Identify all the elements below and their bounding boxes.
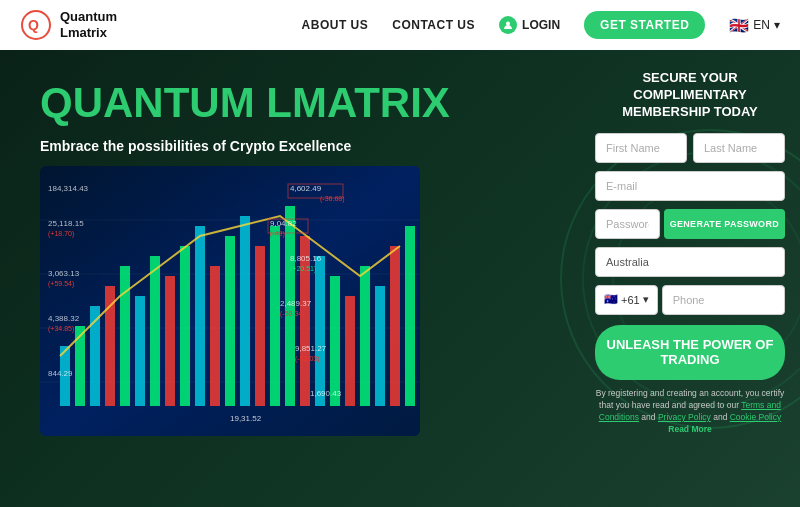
main-nav: ABOUT US CONTACT US LOGIN GET STARTED 🇬🇧… [302, 11, 780, 39]
svg-text:(+59.54): (+59.54) [48, 280, 74, 288]
svg-rect-15 [165, 276, 175, 406]
svg-text:4,602.49: 4,602.49 [290, 184, 322, 193]
logo: Q Quantum Lmatrix [20, 9, 117, 41]
submit-button[interactable]: UNLEASH THE POWER OF TRADING [595, 325, 785, 380]
svg-rect-17 [195, 226, 205, 406]
trading-chart-image: 184,314.43 25,118.15 (+18.70) 3,063.13 (… [40, 166, 420, 436]
nav-about[interactable]: ABOUT US [302, 18, 369, 32]
read-more-link[interactable]: Read More [668, 424, 711, 434]
country-code-selector[interactable]: 🇦🇺 +61 ▾ [595, 285, 658, 315]
form-disclaimer: By registering and creating an account, … [595, 388, 785, 436]
svg-rect-13 [135, 296, 145, 406]
svg-text:(+34.85): (+34.85) [48, 325, 74, 333]
phone-row: 🇦🇺 +61 ▾ [595, 285, 785, 315]
svg-text:184,314.43: 184,314.43 [48, 184, 89, 193]
svg-rect-20 [240, 216, 250, 406]
country-code-value: +61 [621, 294, 640, 306]
password-input[interactable] [595, 209, 660, 239]
left-section: QUANTUM LMATRIX Embrace the possibilitie… [0, 50, 580, 507]
svg-text:(-49): (-49) [270, 230, 285, 238]
form-title: SECURE YOUR COMPLIMENTARY MEMBERSHIP TOD… [595, 70, 785, 121]
chart-svg: 184,314.43 25,118.15 (+18.70) 3,063.13 (… [40, 166, 420, 436]
first-name-input[interactable] [595, 133, 687, 163]
svg-text:3,063.13: 3,063.13 [48, 269, 80, 278]
svg-text:(-59.34): (-59.34) [280, 310, 305, 318]
chart-area: 184,314.43 25,118.15 (+18.70) 3,063.13 (… [40, 166, 420, 436]
svg-rect-29 [375, 286, 385, 406]
svg-text:9,851.27: 9,851.27 [295, 344, 327, 353]
name-row [595, 133, 785, 163]
svg-text:844.29: 844.29 [48, 369, 73, 378]
main-subtitle: Embrace the possibilities of Crypto Exce… [40, 138, 560, 154]
main-section: QUANTUM LMATRIX Embrace the possibilitie… [0, 50, 800, 507]
svg-text:4,388.32: 4,388.32 [48, 314, 80, 323]
svg-text:Q: Q [28, 17, 39, 33]
privacy-link[interactable]: Privacy Policy [658, 412, 711, 422]
flag-emoji: 🇦🇺 [604, 293, 618, 306]
dropdown-icon: ▾ [643, 293, 649, 306]
svg-text:8,805.16: 8,805.16 [290, 254, 322, 263]
chevron-down-icon: ▾ [774, 18, 780, 32]
svg-rect-26 [330, 276, 340, 406]
svg-rect-27 [345, 296, 355, 406]
phone-input[interactable] [662, 285, 785, 315]
login-button[interactable]: LOGIN [499, 16, 560, 34]
svg-text:1,690.43: 1,690.43 [310, 389, 342, 398]
generate-password-button[interactable]: GENERATE PASSWORD [664, 209, 785, 239]
svg-text:(-80.03): (-80.03) [295, 355, 320, 363]
language-selector[interactable]: 🇬🇧 EN ▾ [729, 16, 780, 35]
svg-rect-12 [120, 266, 130, 406]
login-icon [499, 16, 517, 34]
flag-icon: 🇬🇧 [729, 16, 749, 35]
last-name-input[interactable] [693, 133, 785, 163]
svg-text:2,489.37: 2,489.37 [280, 299, 312, 308]
get-started-button[interactable]: GET STARTED [584, 11, 705, 39]
nav-contact[interactable]: CONTACT US [392, 18, 475, 32]
svg-text:25,118.15: 25,118.15 [48, 219, 84, 228]
email-input[interactable] [595, 171, 785, 201]
svg-rect-30 [390, 246, 400, 406]
svg-rect-16 [180, 246, 190, 406]
svg-rect-25 [315, 256, 325, 406]
svg-rect-19 [225, 236, 235, 406]
password-row: GENERATE PASSWORD [595, 209, 785, 239]
logo-icon: Q [20, 9, 52, 41]
svg-rect-28 [360, 266, 370, 406]
svg-point-2 [506, 22, 510, 26]
svg-text:19,31.52: 19,31.52 [230, 414, 262, 423]
registration-form: SECURE YOUR COMPLIMENTARY MEMBERSHIP TOD… [580, 50, 800, 507]
svg-rect-22 [270, 226, 280, 406]
svg-text:(+18.70): (+18.70) [48, 230, 74, 238]
main-title: QUANTUM LMATRIX [40, 80, 560, 126]
svg-text:(+20.51): (+20.51) [290, 265, 316, 273]
logo-text: Quantum Lmatrix [60, 9, 117, 40]
svg-text:(-36.68): (-36.68) [320, 195, 345, 203]
svg-rect-11 [105, 286, 115, 406]
svg-rect-21 [255, 246, 265, 406]
svg-text:9,04.82: 9,04.82 [270, 219, 297, 228]
svg-rect-9 [75, 326, 85, 406]
svg-rect-18 [210, 266, 220, 406]
svg-rect-14 [150, 256, 160, 406]
header: Q Quantum Lmatrix ABOUT US CONTACT US LO… [0, 0, 800, 50]
cookie-link[interactable]: Cookie Policy [730, 412, 782, 422]
country-input[interactable] [595, 247, 785, 277]
svg-rect-31 [405, 226, 415, 406]
